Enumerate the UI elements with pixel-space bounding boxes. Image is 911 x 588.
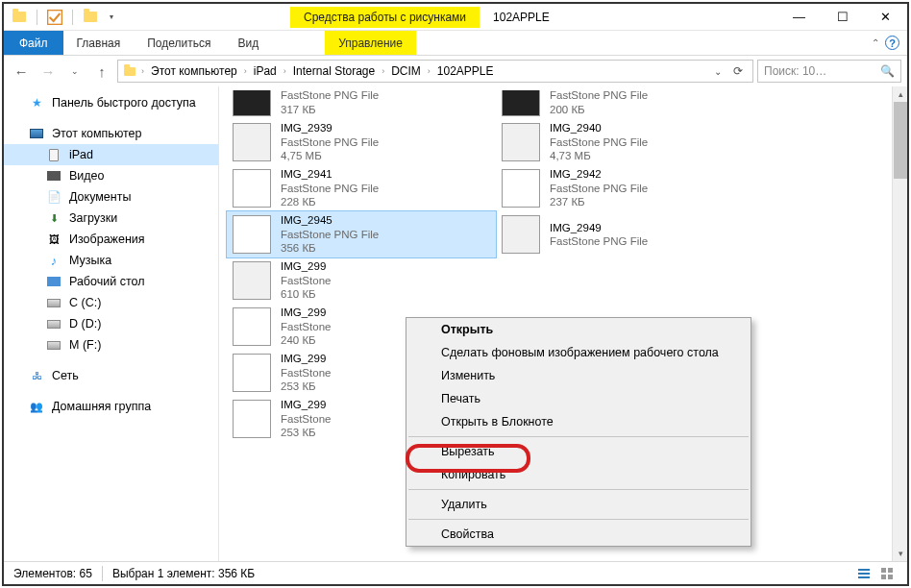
file-item[interactable]: IMG_2937FastStone PNG File317 КБ	[227, 90, 496, 119]
file-thumbnail	[233, 307, 271, 346]
svg-rect-6	[881, 575, 886, 579]
file-size: 4,73 МБ	[550, 149, 648, 162]
tab-view[interactable]: Вид	[224, 31, 272, 55]
view-details-button[interactable]	[853, 565, 874, 582]
breadcrumb-seg[interactable]: Этот компьютер	[148, 64, 240, 78]
search-icon: 🔍	[880, 64, 895, 78]
file-size: 253 КБ	[281, 426, 331, 439]
file-item[interactable]: IMG_2937FastStone PNG File200 КБ	[496, 90, 765, 119]
tab-file[interactable]: Файл	[4, 31, 63, 55]
file-size: 240 КБ	[281, 333, 331, 347]
file-item[interactable]: IMG_2941FastStone PNG File228 КБ	[227, 165, 496, 211]
file-name: IMG_299	[281, 398, 331, 411]
file-name: IMG_2941	[281, 167, 379, 181]
view-thumbnails-button[interactable]	[876, 565, 898, 582]
scroll-down-icon[interactable]: ▾	[893, 546, 908, 561]
file-name: IMG_299	[281, 306, 331, 319]
file-type: FastStone PNG File	[281, 182, 379, 195]
tab-share[interactable]: Поделиться	[134, 31, 224, 55]
cm-edit[interactable]: Изменить	[406, 364, 751, 387]
checkbox-icon[interactable]	[47, 10, 62, 25]
forward-button[interactable]: →	[37, 60, 60, 83]
sidebar-drive-c[interactable]: C (C:)	[4, 292, 218, 313]
sidebar-quick-access[interactable]: ★Панель быстрого доступа	[4, 92, 218, 113]
file-thumbnail	[502, 215, 540, 254]
sidebar-homegroup[interactable]: Домашняя группа	[4, 396, 218, 417]
file-type: FastStone	[281, 274, 331, 287]
breadcrumb-seg[interactable]: 102APPLE	[434, 64, 497, 78]
file-item[interactable]: IMG_299FastStone610 КБ	[227, 257, 496, 304]
tab-home[interactable]: Главная	[63, 31, 135, 55]
file-item[interactable]: IMG_2949FastStone PNG File	[496, 211, 765, 257]
sidebar-drive-m[interactable]: M (F:)	[4, 334, 218, 355]
scroll-up-icon[interactable]: ▴	[893, 86, 908, 102]
help-icon[interactable]: ?	[885, 36, 899, 50]
file-thumbnail	[502, 169, 540, 208]
cm-cut[interactable]: Вырезать	[406, 440, 751, 463]
svg-rect-2	[858, 573, 870, 575]
file-name: IMG_2939	[281, 121, 379, 135]
address-bar-row: ← → ⌄ ↑ › Этот компьютер› iPad› Internal…	[4, 56, 907, 86]
collapse-ribbon-icon[interactable]: ⌃	[872, 37, 879, 48]
file-thumbnail	[233, 169, 271, 208]
refresh-icon[interactable]: ⟳	[727, 64, 749, 78]
status-selection: Выбран 1 элемент: 356 КБ	[112, 567, 255, 580]
sidebar-video[interactable]: Видео	[4, 165, 218, 186]
back-button[interactable]: ←	[10, 60, 33, 83]
sidebar-music[interactable]: Музыка	[4, 250, 218, 271]
file-item[interactable]: IMG_2940FastStone PNG File4,73 МБ	[496, 119, 765, 165]
up-button[interactable]: ↑	[90, 60, 113, 83]
scrollbar[interactable]: ▴ ▾	[892, 86, 907, 561]
breadcrumb-seg[interactable]: Internal Storage	[290, 64, 378, 78]
sidebar-desktop[interactable]: Рабочий стол	[4, 271, 218, 292]
file-thumbnail	[233, 215, 271, 254]
cm-delete[interactable]: Удалить	[406, 493, 751, 516]
breadcrumb[interactable]: › Этот компьютер› iPad› Internal Storage…	[117, 60, 753, 83]
file-name: IMG_2949	[550, 221, 648, 234]
tab-manage[interactable]: Управление	[325, 31, 416, 55]
status-item-count: Элементов: 65	[13, 567, 92, 580]
ribbon-tabs: Файл Главная Поделиться Вид Управление ⌃…	[4, 31, 907, 56]
file-type: FastStone PNG File	[550, 234, 648, 248]
cm-open-notepad[interactable]: Открыть в Блокноте	[406, 410, 751, 433]
recent-dropdown-icon[interactable]: ⌄	[63, 60, 86, 83]
sidebar-network[interactable]: Сеть	[4, 365, 218, 386]
address-dropdown-icon[interactable]: ⌄	[710, 66, 726, 77]
maximize-button[interactable]: ☐	[821, 4, 864, 31]
sidebar-downloads[interactable]: Загрузки	[4, 208, 218, 229]
file-size: 253 КБ	[281, 380, 331, 393]
cm-properties[interactable]: Свойства	[406, 523, 751, 546]
cm-copy[interactable]: Копировать	[406, 463, 751, 486]
search-input[interactable]: Поиск: 10… 🔍	[757, 60, 901, 83]
svg-rect-4	[881, 568, 886, 573]
cm-set-wallpaper[interactable]: Сделать фоновым изображением рабочего ст…	[406, 341, 751, 364]
sidebar-ipad[interactable]: iPad	[4, 144, 218, 165]
qat-dropdown-icon[interactable]: ▾	[104, 10, 119, 25]
cm-print[interactable]: Печать	[406, 387, 751, 410]
sidebar-documents[interactable]: Документы	[4, 186, 218, 208]
sidebar: ★Панель быстрого доступа Этот компьютер …	[4, 86, 219, 561]
cm-open[interactable]: Открыть	[406, 318, 751, 341]
search-placeholder: Поиск: 10…	[764, 64, 826, 78]
folder-icon	[12, 10, 27, 25]
svg-rect-1	[858, 569, 870, 571]
close-button[interactable]: ✕	[864, 4, 907, 31]
context-menu: Открыть Сделать фоновым изображением раб…	[406, 317, 751, 547]
file-type: FastStone PNG File	[550, 90, 648, 103]
scroll-thumb[interactable]	[894, 102, 907, 179]
sidebar-this-pc[interactable]: Этот компьютер	[4, 123, 218, 144]
file-item[interactable]: IMG_2945FastStone PNG File356 КБ	[227, 211, 496, 257]
minimize-button[interactable]: —	[777, 4, 821, 31]
sidebar-drive-d[interactable]: D (D:)	[4, 313, 218, 334]
file-item[interactable]: IMG_2942FastStone PNG File237 КБ	[496, 165, 765, 211]
file-size: 4,75 МБ	[281, 149, 379, 162]
file-type: FastStone PNG File	[281, 228, 379, 241]
breadcrumb-seg[interactable]: DCIM	[388, 64, 424, 78]
breadcrumb-seg[interactable]: iPad	[251, 64, 280, 78]
file-size: 610 КБ	[281, 287, 331, 301]
file-thumbnail	[233, 123, 271, 161]
file-item[interactable]: IMG_2939FastStone PNG File4,75 МБ	[227, 119, 496, 165]
sidebar-pictures[interactable]: Изображения	[4, 229, 218, 250]
svg-rect-5	[888, 568, 893, 573]
file-type: FastStone	[281, 366, 331, 380]
